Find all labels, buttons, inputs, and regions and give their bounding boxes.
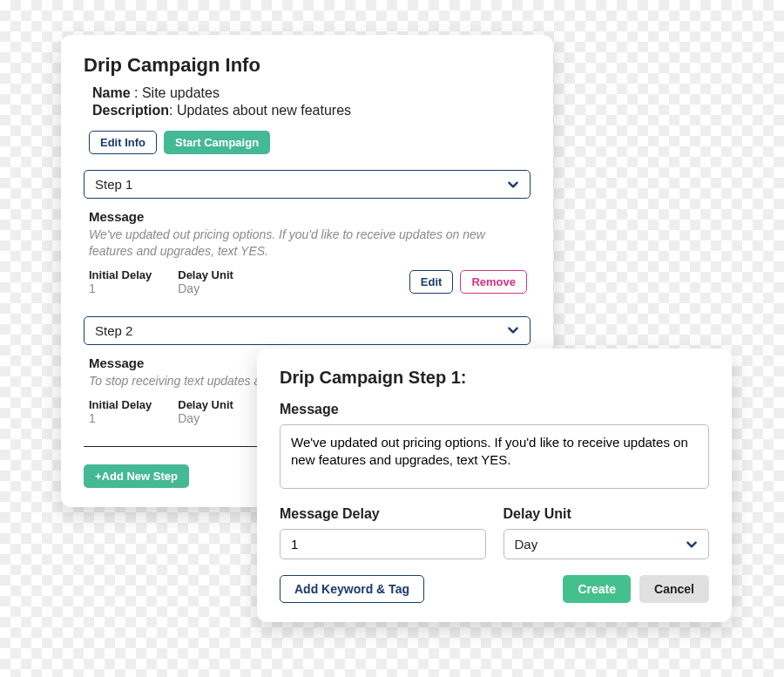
message-label: Message bbox=[89, 209, 527, 224]
name-label: Name bbox=[92, 85, 131, 100]
message-delay-input[interactable] bbox=[280, 529, 486, 559]
chevron-down-icon bbox=[507, 179, 519, 191]
modal-title: Drip Campaign Step 1: bbox=[280, 368, 709, 388]
message-text: We've updated out pricing options. If yo… bbox=[89, 227, 525, 260]
step-header[interactable]: Step 2 bbox=[84, 316, 531, 345]
step-edit-card: Drip Campaign Step 1: Message Message De… bbox=[257, 349, 732, 622]
edit-info-button[interactable]: Edit Info bbox=[89, 131, 157, 154]
delay-unit-value: Day bbox=[515, 537, 538, 552]
step-header-label: Step 2 bbox=[95, 323, 132, 338]
initial-delay: Initial Delay 1 bbox=[89, 398, 152, 425]
description-row: Description: Updates about new features bbox=[92, 103, 531, 118]
description-label: Description bbox=[92, 103, 169, 118]
step-body: Message We've updated out pricing option… bbox=[84, 199, 531, 311]
delay-unit: Delay Unit Day bbox=[178, 398, 233, 425]
step-actions: Edit Remove bbox=[409, 270, 527, 294]
message-label: Message bbox=[280, 402, 709, 417]
add-new-step-button[interactable]: +Add New Step bbox=[84, 464, 189, 488]
chevron-down-icon bbox=[507, 324, 519, 336]
message-delay-label: Message Delay bbox=[280, 506, 486, 522]
step-header-label: Step 1 bbox=[95, 177, 132, 192]
name-value: Site updates bbox=[142, 85, 220, 100]
step-header[interactable]: Step 1 bbox=[84, 170, 531, 199]
action-row: Edit Info Start Campaign bbox=[89, 131, 531, 154]
cancel-button[interactable]: Cancel bbox=[639, 575, 709, 603]
edit-step-button[interactable]: Edit bbox=[409, 270, 454, 294]
initial-delay: Initial Delay 1 bbox=[89, 268, 152, 295]
chevron-down-icon bbox=[686, 538, 698, 551]
delay-unit-label: Delay Unit bbox=[504, 506, 710, 522]
start-campaign-button[interactable]: Start Campaign bbox=[164, 131, 270, 154]
card-title: Drip Campaign Info bbox=[84, 54, 531, 77]
description-value: Updates about new features bbox=[177, 103, 351, 118]
message-input[interactable] bbox=[280, 424, 709, 489]
delay-row: Initial Delay 1 Delay Unit Day Edit Remo… bbox=[89, 268, 527, 295]
create-button[interactable]: Create bbox=[563, 575, 631, 603]
delay-unit-select[interactable]: Day bbox=[504, 529, 710, 559]
name-row: Name : Site updates bbox=[92, 85, 531, 101]
message-delay-field: Message Delay bbox=[280, 506, 486, 559]
footer-actions: Add Keyword & Tag Create Cancel bbox=[280, 575, 709, 603]
delay-unit: Delay Unit Day bbox=[178, 268, 233, 295]
remove-step-button[interactable]: Remove bbox=[460, 270, 527, 294]
delay-unit-field: Delay Unit Day bbox=[504, 506, 710, 559]
add-keyword-tag-button[interactable]: Add Keyword & Tag bbox=[280, 575, 424, 603]
